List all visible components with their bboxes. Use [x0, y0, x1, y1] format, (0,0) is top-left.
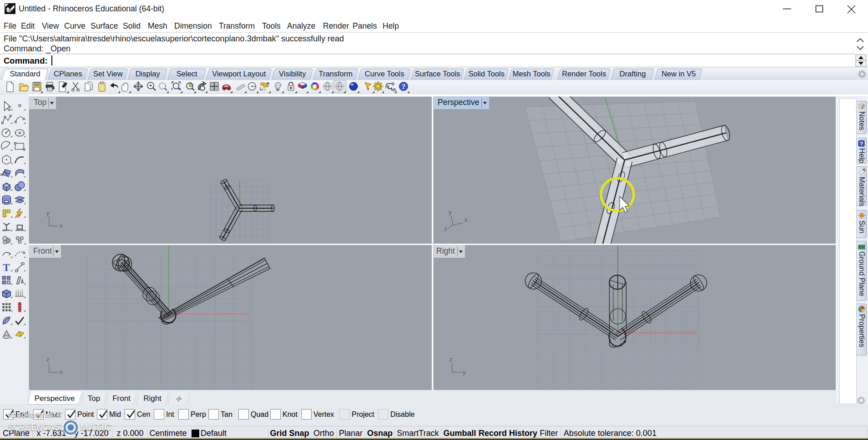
- svg-text:z: z: [46, 356, 50, 363]
- svg-text:y: y: [463, 369, 466, 375]
- svg-text:?: ?: [402, 82, 406, 91]
- svg-text:x: x: [60, 222, 63, 229]
- svg-text:z: z: [444, 225, 447, 232]
- svg-text:x: x: [464, 216, 468, 223]
- svg-text:x: x: [60, 369, 63, 375]
- svg-text:T: T: [3, 262, 10, 273]
- svg-text:y: y: [449, 209, 452, 215]
- svg-text:y: y: [46, 210, 50, 216]
- svg-text:?: ?: [860, 141, 863, 146]
- svg-text:z: z: [449, 356, 453, 363]
